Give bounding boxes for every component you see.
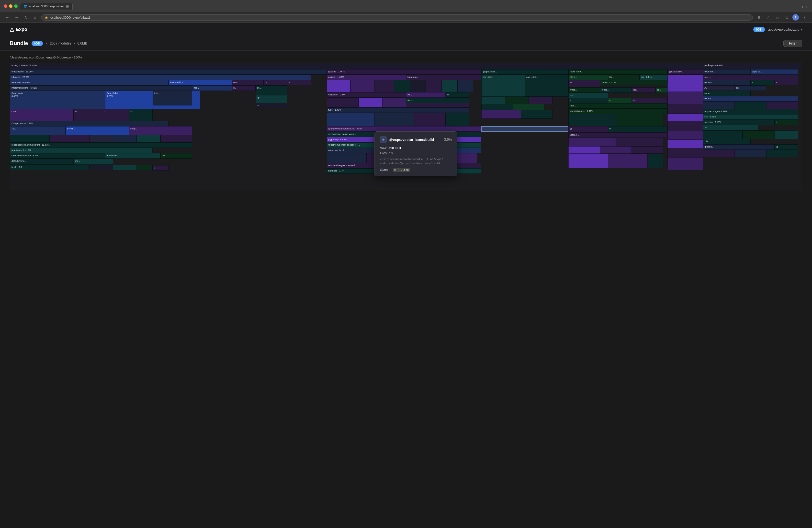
language-cell[interactable]: languagu...	[406, 75, 481, 80]
small4-cell[interactable]	[113, 135, 137, 142]
ass-cell[interactable]: ass...	[568, 93, 608, 98]
layout-cell[interactable]: layoutReanimation - 5.2%	[10, 153, 105, 159]
m-cell[interactable]: m...	[256, 103, 287, 109]
cl-cell[interactable]: cl	[608, 98, 632, 103]
node-modules-header[interactable]: node_modules - 86.49%	[10, 63, 703, 69]
expo-l-cell[interactable]: expo-l...	[703, 96, 798, 102]
extensions-icon[interactable]: ⋮⋮	[801, 2, 808, 10]
purple-area3[interactable]	[568, 146, 600, 154]
immutable-small2[interactable]	[616, 114, 663, 126]
immutable-small1[interactable]	[568, 114, 616, 126]
small5-cell[interactable]	[137, 135, 160, 142]
screenshot-icon[interactable]: □	[774, 14, 781, 21]
purple-area5[interactable]	[632, 146, 664, 154]
imag-cell[interactable]: Imag...	[129, 126, 192, 135]
tou-cell[interactable]: Tou...	[10, 126, 66, 135]
pkg-small1[interactable]	[703, 102, 735, 109]
rea-cell[interactable]: Rea	[232, 80, 264, 85]
renderer-cell[interactable]: Renderer - 6.68%	[10, 80, 169, 85]
icons-cell[interactable]: icons - 2.57%	[600, 80, 667, 85]
packages-header[interactable]: packages - 6.92%	[703, 63, 802, 69]
reanimated-small3[interactable]	[137, 165, 153, 170]
inter-cell[interactable]: Inter...	[153, 91, 192, 105]
reanimated-small2[interactable]	[113, 165, 137, 170]
react-native2-section[interactable]: react-nativ...	[568, 69, 667, 75]
e1-cell[interactable]: e	[751, 80, 774, 85]
gq-small5[interactable]	[410, 80, 426, 92]
pkg-small3[interactable]	[766, 102, 798, 109]
home-button[interactable]: ⌂	[32, 14, 39, 21]
react-native-section[interactable]: react-native - 23.29%	[10, 69, 327, 75]
animation-cell[interactable]: animation ...	[105, 153, 161, 159]
pkg-rem2[interactable]	[735, 150, 767, 157]
gq-small6[interactable]	[426, 80, 442, 92]
profile-avatar[interactable]: E	[793, 14, 799, 20]
apollo-small7[interactable]	[521, 110, 553, 119]
elem-cell[interactable]: elem...	[568, 75, 608, 80]
type-small4[interactable]	[446, 113, 469, 126]
u-cell[interactable]: u	[608, 126, 667, 132]
file-selector[interactable]: apps/expo-go/index.js ▾	[768, 28, 802, 31]
apps-expo-go-section[interactable]: apps/expo-go - 6.59%	[703, 109, 798, 114]
int-cell[interactable]: int...	[632, 98, 667, 103]
dia-cell[interactable]: Dia...	[703, 139, 750, 144]
li-cell[interactable]: Li	[101, 109, 129, 121]
gq-small2[interactable]	[350, 80, 374, 92]
expo-style-extra4[interactable]	[667, 148, 703, 158]
small2-cell[interactable]	[50, 135, 89, 142]
au-cell[interactable]: Au	[703, 85, 735, 91]
animated-cell[interactable]: Animated - 2...	[169, 80, 232, 85]
purple-area4[interactable]	[600, 146, 632, 154]
apollo-section[interactable]: @apollo/clie...	[481, 69, 568, 75]
apollo-small3[interactable]	[529, 97, 552, 104]
expo-style-section[interactable]: @expo/style...	[667, 69, 703, 75]
teal-area8[interactable]	[648, 154, 664, 168]
lod-cell[interactable]: lod...	[632, 87, 655, 93]
ex-graphql[interactable]: ex...	[406, 92, 446, 98]
tab-close-button[interactable]: ✕	[66, 5, 69, 8]
components-cell[interactable]: Components - 3.92%	[10, 121, 169, 126]
small1-cell[interactable]	[10, 135, 50, 142]
src-cell[interactable]: src - 2.8%	[640, 75, 667, 80]
val-small3[interactable]	[382, 98, 406, 108]
ex-packages-cell[interactable]: ex	[735, 85, 767, 91]
expo-a-cell[interactable]: expo-a...	[703, 80, 750, 85]
fabr-cell[interactable]: fabr...	[568, 103, 667, 109]
forward-button[interactable]: →	[13, 14, 20, 21]
e2-cell[interactable]: e	[774, 80, 798, 85]
apps-small3[interactable]	[774, 130, 798, 139]
apps-small2[interactable]	[742, 130, 774, 139]
in-graphql[interactable]: in	[446, 92, 469, 98]
ho-packages[interactable]: Ho...	[703, 125, 758, 130]
filter-button[interactable]: Filter	[783, 40, 802, 47]
immutable-cell[interactable]: immutable/dis... 1.92%	[568, 109, 667, 114]
scroll-cell[interactable]: Scroll...	[66, 126, 129, 135]
at-react-cell[interactable]: @react-...	[568, 132, 667, 138]
type-small2[interactable]	[374, 113, 414, 126]
lib-cell[interactable]: lib...	[608, 75, 640, 80]
bl-cell[interactable]: Bl	[73, 109, 101, 121]
browser-tab[interactable]: 🌐 localhost:3000/_expo/atlas/ ✕	[20, 3, 73, 10]
pkg-rem1[interactable]	[703, 150, 735, 157]
pkg-small2[interactable]	[735, 102, 767, 109]
apollo-small4[interactable]	[481, 104, 513, 110]
expo-style-cell1[interactable]	[667, 75, 703, 92]
nod-cell[interactable]: nod...	[192, 85, 232, 91]
cor-cell[interactable]: cor... 0.9...	[481, 75, 525, 97]
uti-small[interactable]	[406, 103, 469, 108]
expo-style-extra5[interactable]	[667, 158, 703, 170]
gq-small8[interactable]	[458, 80, 473, 92]
back-button[interactable]: ←	[4, 14, 11, 21]
val-small2[interactable]	[359, 98, 382, 108]
platform-badge[interactable]: iOS	[753, 27, 765, 32]
reactnative-cell[interactable]: ReactNativ...3.35%	[10, 91, 105, 109]
lib2-cell[interactable]: lib ...	[568, 98, 608, 103]
s-cell[interactable]: S	[129, 109, 153, 121]
at-cell[interactable]: @	[568, 126, 608, 132]
graphql2-cell[interactable]: graphql...	[703, 144, 774, 150]
vector-icons-cell[interactable]: @expo/vector-icons/build - 3.6%	[327, 126, 481, 132]
purple-area1[interactable]	[568, 138, 616, 146]
apollo-small2[interactable]	[505, 97, 529, 104]
expo-style-cell3[interactable]	[667, 104, 703, 114]
c-cell[interactable]: c	[774, 120, 798, 125]
